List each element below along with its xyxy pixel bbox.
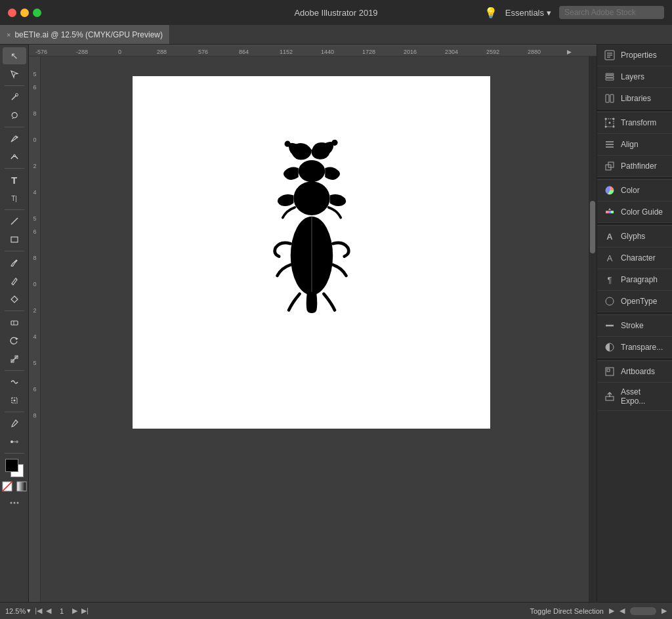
svg-text:8: 8 [33,255,36,261]
artboard-nav[interactable]: |◀ ◀ ▶ ▶| [33,607,90,615]
pencil-tool[interactable] [3,272,26,289]
zoom-value[interactable]: 12.5% [5,607,26,615]
pen-tool[interactable] [3,130,26,147]
scale-tool[interactable] [3,351,26,368]
foreground-color[interactable] [5,459,18,472]
lasso-tool[interactable] [3,107,26,124]
svg-text:2304: 2304 [445,49,458,55]
tab-close-button[interactable]: × [7,31,10,39]
shaper-tool[interactable] [3,291,26,308]
zoom-control[interactable]: 12.5% ▾ [5,607,31,615]
svg-point-3 [13,155,15,157]
beetle-illustration [253,138,371,368]
line-segment-tool[interactable] [3,213,26,230]
workspace-switcher[interactable]: Essentials ▾ [505,8,551,18]
nav-last-button[interactable]: ▶| [80,607,90,615]
properties-panel-item[interactable]: Properties [597,45,672,66]
lightbulb-icon[interactable]: 💡 [484,7,497,19]
pathfinder-panel-item[interactable]: Pathfinder [597,156,672,177]
svg-rect-6 [11,321,18,325]
align-panel-item[interactable]: Align [597,134,672,156]
svg-point-13 [13,400,15,402]
nav-next-button[interactable]: ▶ [71,607,79,615]
color-guide-label: Color Guide [621,207,663,217]
svg-point-21 [13,502,15,504]
color-panel-item[interactable]: Color [597,180,672,202]
nav-prev-button[interactable]: ◀ [45,607,52,615]
status-nav-icon[interactable]: ◀ [620,607,625,615]
rectangle-tool[interactable] [3,231,26,248]
eyedropper-tool[interactable] [3,415,26,432]
stock-search-input[interactable] [559,6,664,19]
transform-panel-item[interactable]: Transform [597,112,672,134]
glyphs-panel-item[interactable]: A Glyphs [597,226,672,247]
warp-tool[interactable] [3,374,26,391]
svg-point-53 [331,139,337,145]
tab-title: beETIe.ai @ 12.5% (CMYK/GPU Preview) [14,30,163,39]
vertical-scrollbar[interactable] [589,56,597,602]
status-arrow-icon[interactable]: ▶ [609,607,614,615]
zoom-dropdown-icon[interactable]: ▾ [27,607,31,615]
svg-rect-81 [608,211,611,213]
rotate-tool[interactable] [3,332,26,349]
svg-text:1728: 1728 [362,49,375,55]
transparency-panel-item[interactable]: Transpare... [597,337,672,358]
svg-text:1152: 1152 [280,49,293,55]
nav-first-button[interactable]: |◀ [33,607,43,615]
none-color-icon[interactable] [2,481,12,492]
color-guide-panel-item[interactable]: Color Guide [597,202,672,223]
svg-text:2016: 2016 [404,49,417,55]
canvas-viewport[interactable] [41,56,589,602]
asset-export-panel-item[interactable]: Asset Expo... [597,383,672,411]
svg-text:5: 5 [33,71,36,77]
properties-label: Properties [621,51,657,60]
close-button[interactable] [8,9,16,17]
svg-text:-576: -576 [35,49,47,55]
artboards-panel-item[interactable]: Artboards [597,361,672,383]
curvature-tool[interactable] [3,148,26,165]
expand-panel-button[interactable]: ▶ [662,607,667,615]
stroke-icon [604,320,616,331]
document-tab[interactable]: × beETIe.ai @ 12.5% (CMYK/GPU Preview) [0,25,170,44]
stroke-panel-item[interactable]: Stroke [597,315,672,337]
minimize-button[interactable] [20,9,29,17]
more-tools-button[interactable] [10,497,19,509]
eraser-tool[interactable] [3,314,26,331]
paintbrush-tool[interactable] [3,254,26,271]
svg-rect-65 [606,74,614,75]
direct-selection-tool[interactable] [3,66,26,83]
fullscreen-button[interactable] [33,9,41,17]
magic-wand-tool[interactable] [3,89,26,106]
character-panel-item[interactable]: A Character [597,247,672,269]
status-text: Toggle Direct Selection [530,607,604,615]
align-label: Align [621,140,639,149]
svg-point-84 [606,297,614,305]
transform-icon [604,117,616,129]
chevron-down-icon: ▾ [547,8,551,18]
svg-rect-67 [610,95,614,102]
paragraph-icon: ¶ [604,274,616,286]
glyphs-icon: A [604,230,616,242]
toolbar-separator-2 [5,127,24,127]
app-name-label: Adobe Illustrator 2019 [294,8,377,18]
svg-rect-80 [606,211,608,213]
free-transform-tool[interactable] [3,392,26,409]
scrollbar-thumb-v[interactable] [590,201,595,253]
libraries-panel-item[interactable]: Libraries [597,88,672,110]
paragraph-panel-item[interactable]: ¶ Paragraph [597,269,672,291]
selection-tool[interactable]: ↖ [3,47,26,64]
svg-text:0: 0 [33,137,36,143]
artboard-number-input[interactable] [54,607,70,615]
svg-text:▶: ▶ [567,49,572,55]
svg-text:4: 4 [33,333,36,340]
toolbar-separator-8 [5,412,24,412]
color-selector[interactable] [5,459,24,477]
opentype-panel-item[interactable]: OpenType [597,291,672,312]
properties-icon [604,49,616,61]
blend-tool[interactable] [3,433,26,450]
svg-text:6: 6 [33,84,36,91]
touch-type-tool[interactable]: T| [3,190,26,207]
gradient-icon[interactable] [16,481,27,492]
layers-panel-item[interactable]: Layers [597,66,672,88]
type-tool[interactable]: T [3,171,26,188]
